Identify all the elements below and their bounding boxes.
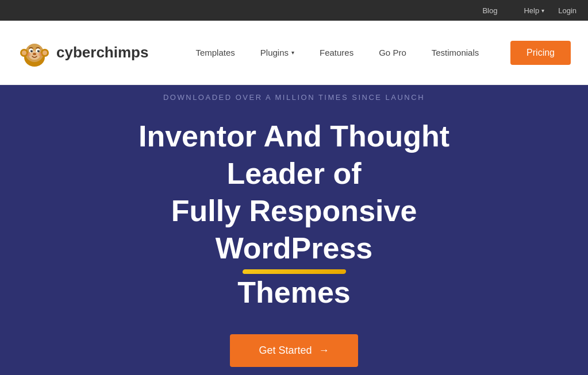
help-label: Help — [524, 6, 539, 15]
svg-point-5 — [43, 51, 47, 55]
logo-bold: chimps — [96, 44, 148, 61]
hero-title-line1: Inventor And Thought Leader of — [139, 119, 449, 190]
svg-point-11 — [32, 50, 32, 51]
nav-templates[interactable]: Templates — [183, 42, 247, 63]
hero-section: Downloaded Over A Million Times Since La… — [0, 85, 588, 375]
svg-point-13 — [33, 53, 36, 55]
hero-title-line3: Themes — [237, 276, 351, 309]
logo-regular: cyber — [56, 44, 96, 61]
nav-gopro[interactable]: Go Pro — [366, 42, 419, 63]
logo-monkey-icon — [17, 36, 52, 70]
nav-testimonials[interactable]: Testimonials — [419, 42, 492, 63]
top-bar: Blog Help ▾ Login — [0, 0, 588, 21]
hero-title-line2-wrap: Fully Responsive WordPress — [93, 192, 495, 274]
svg-point-14 — [27, 53, 30, 56]
help-link[interactable]: Help ▾ — [524, 6, 544, 15]
logo-link[interactable]: cyberchimps — [17, 36, 148, 70]
underline-decoration — [242, 269, 346, 274]
get-started-button[interactable]: Get Started → — [230, 334, 358, 367]
get-started-label: Get Started — [259, 345, 312, 357]
login-link[interactable]: Login — [558, 6, 577, 15]
hero-subtitle: Downloaded Over A Million Times Since La… — [163, 93, 425, 102]
svg-point-3 — [22, 51, 26, 55]
help-chevron-icon: ▾ — [541, 7, 544, 14]
nav-plugins[interactable]: Plugins ▾ — [248, 42, 307, 63]
get-started-arrow-icon: → — [319, 345, 329, 357]
plugins-chevron-icon: ▾ — [291, 49, 294, 56]
svg-point-10 — [37, 50, 40, 52]
main-nav: cyberchimps Templates Plugins ▾ Features… — [0, 21, 588, 85]
svg-point-15 — [39, 53, 42, 56]
svg-point-12 — [39, 50, 39, 51]
svg-point-9 — [30, 50, 33, 52]
pricing-button[interactable]: Pricing — [510, 41, 571, 65]
logo-text: cyberchimps — [56, 44, 148, 61]
nav-plugins-label: Plugins — [260, 48, 289, 57]
hero-title-line2: Fully Responsive WordPress — [171, 194, 417, 265]
nav-links: Templates Plugins ▾ Features Go Pro Test… — [183, 42, 510, 63]
blog-link[interactable]: Blog — [470, 1, 510, 21]
nav-features[interactable]: Features — [307, 42, 366, 63]
hero-title: Inventor And Thought Leader of Fully Res… — [93, 118, 495, 311]
